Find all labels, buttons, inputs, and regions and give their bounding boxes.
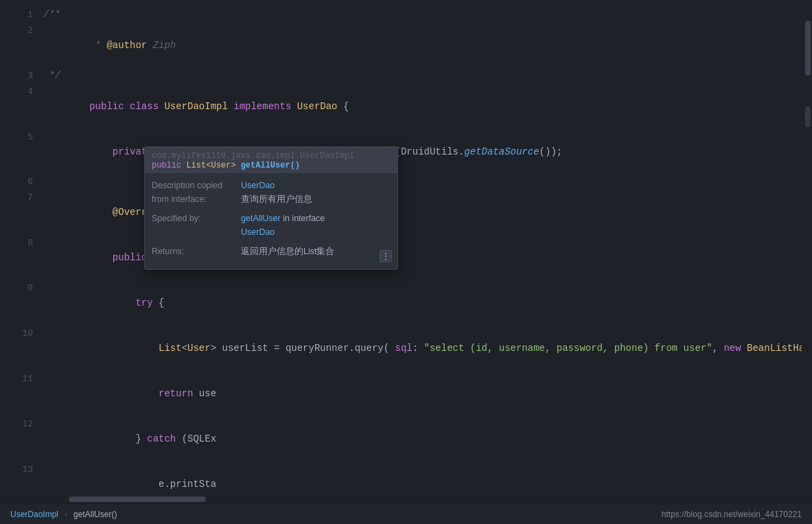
tooltip-returns-label: Returns:: [152, 244, 241, 258]
line-num-7: 7: [12, 190, 33, 205]
code-line-11: 11 return use: [0, 371, 802, 416]
code-line-4: 4 public class UserDaoImpl implements Us…: [0, 84, 802, 129]
breadcrumb: UserDaoImpl › getAllUser(): [10, 510, 117, 519]
line-num-12: 12: [12, 417, 33, 432]
tooltip-specby-method[interactable]: getAllUser: [241, 214, 281, 223]
line-content-10: List<User> userList = queryRunner.query(…: [43, 326, 802, 371]
tooltip-pkg: com.mylifes1110.java.dao.impl.UserDaoImp…: [152, 151, 391, 161]
code-area: 1 /** 2 * @author Ziph 3 */ 4 public cla…: [0, 0, 802, 503]
tooltip-specby-interface[interactable]: UserDao: [241, 227, 275, 237]
line-content-3: */: [43, 68, 802, 83]
tooltip-signature: public List<User> getAllUser(): [152, 161, 391, 170]
scrollbar-h-thumb[interactable]: [69, 497, 206, 502]
tooltip-desc-text: 查询所有用户信息: [241, 194, 312, 204]
code-line-7: 7 @Override: [0, 190, 802, 235]
line-content-9: try {: [43, 280, 802, 326]
tooltip-desc-row: Description copied from interface: UserD…: [152, 179, 391, 206]
line-num-8: 8: [12, 236, 33, 251]
tooltip-specby-in-text: in interface: [283, 214, 325, 223]
javadoc-tooltip: com.mylifes1110.java.dao.impl.UserDaoImp…: [144, 146, 398, 270]
tooltip-specby-row: Specified by: getAllUser in interface Us…: [152, 212, 391, 239]
code-line-1: 1 /**: [0, 7, 802, 23]
scrollbar-v-thumb2[interactable]: [805, 106, 811, 127]
line-content-12: } catch (SQLEx: [43, 416, 802, 462]
tooltip-returns-value: 返回用户信息的List集合: [241, 244, 391, 258]
line-num-13: 13: [12, 462, 33, 477]
line-content-4: public class UserDaoImpl implements User…: [43, 84, 802, 129]
scrollbar-v-thumb[interactable]: [805, 21, 811, 76]
tooltip-specby-label: Specified by:: [152, 212, 241, 239]
code-line-10: 10 List<User> userList = queryRunner.que…: [0, 326, 802, 371]
tooltip-desc-value: UserDao 查询所有用户信息: [241, 179, 391, 206]
line-num-2: 2: [12, 23, 33, 38]
breadcrumb-method: getAllUser(): [73, 510, 117, 519]
line-content-1: /**: [43, 7, 802, 22]
tooltip-type: List<User>: [186, 161, 235, 170]
code-line-6: 6: [0, 174, 802, 190]
editor: 1 /** 2 * @author Ziph 3 */ 4 public cla…: [0, 0, 812, 524]
tooltip-desc-label: Description copied from interface:: [152, 179, 241, 206]
tooltip-body: Description copied from interface: UserD…: [145, 173, 397, 269]
status-bar: UserDaoImpl › getAllUser() https://blog.…: [0, 503, 812, 524]
line-num-6: 6: [12, 174, 33, 190]
line-num-4: 4: [12, 84, 33, 100]
tooltip-returns-row: Returns: 返回用户信息的List集合: [152, 244, 391, 258]
tooltip-specby-value: getAllUser in interface UserDao: [241, 212, 391, 239]
code-line-3: 3 */: [0, 68, 802, 84]
line-num-1: 1: [12, 8, 33, 23]
line-content-11: return use: [43, 371, 802, 416]
tooltip-header: com.mylifes1110.java.dao.impl.UserDaoImp…: [145, 147, 397, 173]
line-content-2: * @author Ziph: [43, 23, 802, 68]
code-line-5: 5 private QueryRunner queryRunner = new …: [0, 129, 802, 174]
line-num-5: 5: [12, 130, 33, 145]
line-num-10: 10: [12, 326, 33, 341]
line-num-9: 9: [12, 281, 33, 296]
status-url: https://blog.csdn.net/weixin_44170221: [662, 510, 802, 519]
vertical-scrollbar[interactable]: [802, 0, 812, 524]
breadcrumb-sep1: ›: [65, 510, 67, 519]
breadcrumb-file[interactable]: UserDaoImpl: [10, 510, 58, 519]
tooltip-more-button[interactable]: ⋮: [380, 250, 392, 262]
code-line-8: 8 public List<User> getAllUser() {: [0, 235, 802, 280]
code-line-2: 2 * @author Ziph: [0, 23, 802, 68]
line-num-3: 3: [12, 69, 33, 84]
tooltip-method: getAllUser(): [241, 161, 300, 170]
horizontal-scrollbar[interactable]: [0, 494, 802, 503]
tooltip-desc-link[interactable]: UserDao: [241, 181, 275, 190]
tooltip-kw: public: [152, 161, 181, 170]
code-line-12: 12 } catch (SQLEx: [0, 416, 802, 462]
line-num-11: 11: [12, 372, 33, 387]
code-line-9: 9 try {: [0, 280, 802, 326]
